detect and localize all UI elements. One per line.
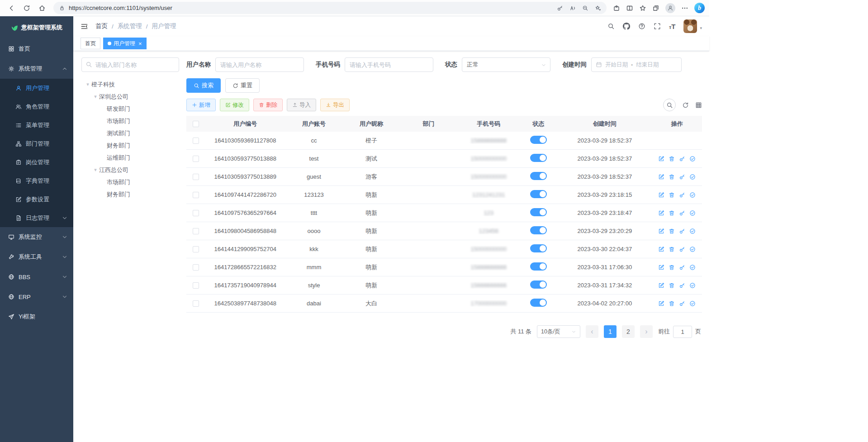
reset-password-icon[interactable] xyxy=(679,264,685,271)
tree-node[interactable]: ▾ 研发部门 xyxy=(81,103,179,115)
reset-button[interactable]: 重置 xyxy=(225,78,260,93)
select-all-checkbox[interactable] xyxy=(193,121,199,127)
row-checkbox[interactable] xyxy=(193,228,199,234)
sidebar-item-home[interactable]: 首页 xyxy=(0,39,73,59)
browser-profile-avatar[interactable] xyxy=(665,3,675,13)
delete-icon[interactable] xyxy=(669,264,675,271)
assign-role-icon[interactable] xyxy=(689,228,696,234)
status-toggle[interactable] xyxy=(530,136,547,144)
sidebar-item-dict-management[interactable]: 字典管理 xyxy=(0,171,73,190)
assign-role-icon[interactable] xyxy=(689,174,696,180)
tree-node[interactable]: ▾ 市场部门 xyxy=(81,176,179,188)
browser-home-button[interactable] xyxy=(35,2,49,14)
edit-icon[interactable] xyxy=(658,192,664,198)
tree-node[interactable]: ▾ 财务部门 xyxy=(81,139,179,152)
extensions-icon[interactable] xyxy=(613,5,620,12)
sidebar-item-bbs[interactable]: BBS xyxy=(0,267,73,287)
bing-copilot-icon[interactable]: b xyxy=(694,3,705,13)
row-checkbox[interactable] xyxy=(193,246,199,252)
url-text[interactable]: https://ccnetcore.com:1101/system/user xyxy=(69,5,172,11)
sidebar-item-user-management[interactable]: 用户管理 xyxy=(0,79,73,97)
tree-node[interactable]: ▾ 江西总公司 xyxy=(81,164,179,176)
edit-icon[interactable] xyxy=(658,156,664,162)
page-button-2[interactable]: 2 xyxy=(622,325,635,338)
sidebar-item-role-management[interactable]: 角色管理 xyxy=(0,97,73,116)
breadcrumb-system[interactable]: 系统管理 xyxy=(118,22,142,30)
reset-password-icon[interactable] xyxy=(679,282,685,289)
help-icon[interactable] xyxy=(638,23,645,30)
status-toggle[interactable] xyxy=(530,208,547,216)
reset-password-icon[interactable] xyxy=(679,246,685,252)
date-range-picker[interactable]: 开始日期 - 结束日期 xyxy=(591,57,682,72)
sidebar-item-system-monitor[interactable]: 系统监控 xyxy=(0,227,73,247)
github-icon[interactable] xyxy=(623,23,630,30)
assign-role-icon[interactable] xyxy=(689,264,696,271)
sidebar-item-dept-management[interactable]: 部门管理 xyxy=(0,134,73,153)
delete-icon[interactable] xyxy=(669,156,675,162)
refresh-table-icon[interactable] xyxy=(682,102,689,109)
row-checkbox[interactable] xyxy=(193,156,199,162)
tree-node[interactable]: ▾ 财务部门 xyxy=(81,188,179,200)
delete-icon[interactable] xyxy=(669,192,675,198)
status-toggle[interactable] xyxy=(530,226,547,234)
goto-page-input[interactable] xyxy=(673,326,692,338)
browser-menu-icon[interactable] xyxy=(681,5,688,12)
row-checkbox[interactable] xyxy=(193,192,199,198)
delete-icon[interactable] xyxy=(669,228,675,234)
browser-refresh-button[interactable] xyxy=(20,2,33,14)
reset-password-icon[interactable] xyxy=(679,192,685,198)
reset-password-icon[interactable] xyxy=(679,156,685,162)
user-avatar[interactable] xyxy=(683,19,697,33)
caret-down-icon[interactable]: ▾ xyxy=(92,167,99,173)
row-checkbox[interactable] xyxy=(193,282,199,289)
tree-node[interactable]: ▾ 测试部门 xyxy=(81,127,179,139)
status-toggle[interactable] xyxy=(530,280,547,289)
sidebar-item-param-settings[interactable]: 参数设置 xyxy=(0,190,73,209)
browser-back-button[interactable] xyxy=(5,2,18,14)
tree-node[interactable]: ▾ 运维部门 xyxy=(81,152,179,164)
favorites-icon[interactable] xyxy=(639,5,646,12)
status-toggle[interactable] xyxy=(530,299,547,307)
delete-icon[interactable] xyxy=(669,300,675,307)
page-size-select[interactable]: 10条/页 xyxy=(537,325,580,338)
status-toggle[interactable] xyxy=(530,190,547,198)
page-button-1[interactable]: 1 xyxy=(604,325,617,338)
assign-role-icon[interactable] xyxy=(689,246,696,252)
search-button[interactable]: 搜索 xyxy=(186,78,221,93)
status-toggle[interactable] xyxy=(530,262,547,271)
row-checkbox[interactable] xyxy=(193,174,199,180)
sidebar-item-post-management[interactable]: 岗位管理 xyxy=(0,153,73,171)
tab-user-management[interactable]: 用户管理 × xyxy=(103,38,147,49)
username-input[interactable] xyxy=(215,57,304,72)
delete-icon[interactable] xyxy=(669,282,675,289)
delete-icon[interactable] xyxy=(669,246,675,252)
reset-password-icon[interactable] xyxy=(679,300,685,307)
assign-role-icon[interactable] xyxy=(689,300,696,307)
edit-icon[interactable] xyxy=(658,282,664,289)
zoom-out-icon[interactable] xyxy=(582,5,588,11)
row-checkbox[interactable] xyxy=(193,264,199,271)
assign-role-icon[interactable] xyxy=(689,192,696,198)
read-aloud-icon[interactable] xyxy=(569,5,576,11)
collections-icon[interactable] xyxy=(652,5,659,12)
next-page-button[interactable]: › xyxy=(640,325,653,338)
reset-password-icon[interactable] xyxy=(679,210,685,216)
tree-node[interactable]: ▾ 橙子科技 xyxy=(81,78,179,90)
assign-role-icon[interactable] xyxy=(689,282,696,289)
edit-icon[interactable] xyxy=(658,174,664,180)
row-checkbox[interactable] xyxy=(193,300,199,307)
close-icon[interactable]: × xyxy=(138,41,142,47)
reset-password-icon[interactable] xyxy=(679,228,685,234)
fullscreen-icon[interactable] xyxy=(654,23,661,30)
row-checkbox[interactable] xyxy=(193,210,199,216)
caret-down-icon[interactable]: ▾ xyxy=(84,81,91,87)
status-select[interactable]: 正常 xyxy=(462,57,550,72)
search-icon[interactable] xyxy=(607,23,615,30)
phone-input[interactable] xyxy=(345,57,433,72)
edit-icon[interactable] xyxy=(658,246,664,252)
sidebar-item-system-management[interactable]: 系统管理 xyxy=(0,59,73,79)
status-toggle[interactable] xyxy=(530,172,547,180)
sidebar-item-log-management[interactable]: 日志管理 xyxy=(0,209,73,227)
import-button[interactable]: 导入 xyxy=(287,99,316,111)
sidebar-fold-icon[interactable] xyxy=(81,23,88,30)
